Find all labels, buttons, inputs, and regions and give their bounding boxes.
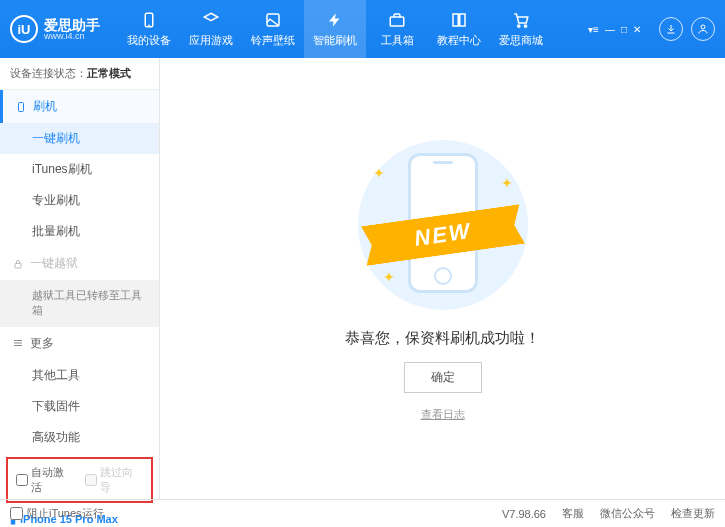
titlebar: iU 爱思助手 www.i4.cn 我的设备 应用游戏 铃声壁纸 智能刷机 — [0, 0, 725, 58]
nav-apps[interactable]: 应用游戏 — [180, 0, 242, 58]
wallpaper-icon — [263, 10, 283, 30]
menu-oneclick-flash[interactable]: 一键刷机 — [0, 123, 159, 154]
check-update-link[interactable]: 检查更新 — [671, 506, 715, 521]
success-message: 恭喜您，保资料刷机成功啦！ — [345, 329, 540, 348]
app-name: 爱思助手 — [44, 18, 100, 32]
top-nav: 我的设备 应用游戏 铃声壁纸 智能刷机 工具箱 教程中心 — [118, 0, 588, 58]
user-button[interactable] — [691, 17, 715, 41]
nav-toolbox[interactable]: 工具箱 — [366, 0, 428, 58]
nav-tutorials[interactable]: 教程中心 — [428, 0, 490, 58]
success-illustration: ✦ ✦ ✦ NEW — [353, 135, 533, 315]
status-bar: 阻止iTunes运行 V7.98.66 客服 微信公众号 检查更新 — [0, 499, 725, 527]
menu-advanced[interactable]: 高级功能 — [0, 422, 159, 453]
skip-setup-checkbox[interactable]: 跳过向导 — [85, 465, 144, 495]
nav-ringtones[interactable]: 铃声壁纸 — [242, 0, 304, 58]
logo-badge: iU — [10, 15, 38, 43]
nav-flash[interactable]: 智能刷机 — [304, 0, 366, 58]
svg-rect-3 — [390, 17, 404, 26]
close-icon[interactable]: ✕ — [633, 24, 641, 35]
menu-itunes-flash[interactable]: iTunes刷机 — [0, 154, 159, 185]
block-itunes-checkbox[interactable]: 阻止iTunes运行 — [10, 506, 104, 521]
list-icon — [12, 337, 24, 349]
phone-icon — [15, 100, 27, 114]
menu-batch-flash[interactable]: 批量刷机 — [0, 216, 159, 247]
wechat-link[interactable]: 微信公众号 — [600, 506, 655, 521]
view-log-link[interactable]: 查看日志 — [421, 407, 465, 422]
connection-status: 设备连接状态：正常模式 — [0, 58, 159, 90]
app-logo: iU 爱思助手 www.i4.cn — [10, 15, 100, 43]
book-icon — [449, 10, 469, 30]
window-controls: ▾≡ — □ ✕ — [588, 17, 715, 41]
support-link[interactable]: 客服 — [562, 506, 584, 521]
menu-other-tools[interactable]: 其他工具 — [0, 360, 159, 391]
toolbox-icon — [387, 10, 407, 30]
section-more[interactable]: 更多 — [0, 327, 159, 360]
menu-pro-flash[interactable]: 专业刷机 — [0, 185, 159, 216]
section-jailbreak: 一键越狱 — [0, 247, 159, 280]
sidebar: 设备连接状态：正常模式 刷机 一键刷机 iTunes刷机 专业刷机 批量刷机 一… — [0, 58, 160, 499]
nav-store[interactable]: 爱思商城 — [490, 0, 552, 58]
apps-icon — [201, 10, 221, 30]
options-row: 自动激活 跳过向导 — [6, 457, 153, 503]
nav-my-device[interactable]: 我的设备 — [118, 0, 180, 58]
svg-point-4 — [518, 25, 520, 27]
maximize-icon[interactable]: □ — [621, 24, 627, 35]
download-button[interactable] — [659, 17, 683, 41]
minimize-icon[interactable]: — — [605, 24, 615, 35]
flash-icon — [325, 10, 345, 30]
svg-rect-7 — [19, 102, 24, 111]
device-icon — [139, 10, 159, 30]
ok-button[interactable]: 确定 — [404, 362, 482, 393]
lock-icon — [12, 258, 24, 270]
svg-point-6 — [701, 25, 705, 29]
svg-point-5 — [524, 25, 526, 27]
version-label: V7.98.66 — [502, 508, 546, 520]
menu-icon[interactable]: ▾≡ — [588, 24, 599, 35]
svg-rect-8 — [15, 263, 21, 268]
app-url: www.i4.cn — [44, 32, 100, 41]
section-flash[interactable]: 刷机 — [0, 90, 159, 123]
auto-activate-checkbox[interactable]: 自动激活 — [16, 465, 75, 495]
cart-icon — [511, 10, 531, 30]
menu-download-firmware[interactable]: 下载固件 — [0, 391, 159, 422]
main-content: ✦ ✦ ✦ NEW 恭喜您，保资料刷机成功啦！ 确定 查看日志 — [160, 58, 725, 499]
jailbreak-note: 越狱工具已转移至工具箱 — [0, 280, 159, 327]
